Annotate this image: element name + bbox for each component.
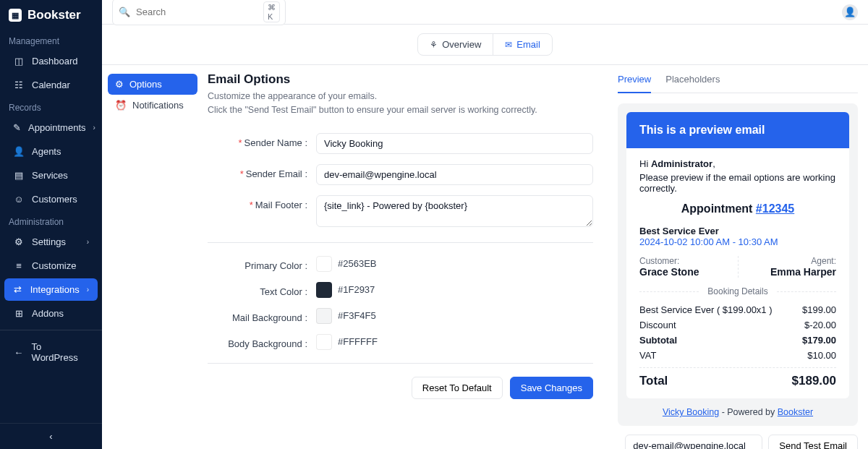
brand-logo-icon: ▦ <box>9 9 22 22</box>
value-primary-color: #2563EB <box>338 258 377 269</box>
save-button[interactable]: Save Changes <box>510 377 593 399</box>
rail-item-label: Notifications <box>132 100 184 111</box>
brand: ▦ Bookster <box>0 0 102 30</box>
footer-link-site[interactable]: Vicky Booking <box>663 407 719 417</box>
mail-icon: ✉ <box>505 40 512 50</box>
sidebar-item-to-wordpress[interactable]: ← To WordPress <box>4 335 98 369</box>
sidebar-item-label: Dashboard <box>32 56 78 67</box>
input-sender-name[interactable] <box>316 133 593 154</box>
tab-label: Overview <box>442 39 481 50</box>
line-item-total: Total$189.00 <box>639 374 836 388</box>
sidebar-item-label: Customize <box>32 260 76 271</box>
dashboard-icon: ◫ <box>13 56 25 67</box>
sidebar-item-settings[interactable]: ⚙ Settings › <box>4 231 98 253</box>
swatch-body-bg[interactable] <box>316 334 332 350</box>
sidebar-item-label: Agents <box>32 146 61 157</box>
tab-overview[interactable]: ⚘ Overview <box>418 34 493 55</box>
test-email-input[interactable] <box>625 435 762 449</box>
value-text-color: #1F2937 <box>338 284 375 295</box>
sidebar-section-records: Records <box>0 97 102 116</box>
label-body-bg: Body Background <box>228 338 302 349</box>
sidebar-item-label: Addons <box>32 308 64 319</box>
sidebar-item-label: Appointments <box>28 122 86 133</box>
share-icon: ⚘ <box>430 40 438 50</box>
sidebar-item-integrations[interactable]: ⇄ Integrations › <box>4 278 98 301</box>
preview-tab-preview[interactable]: Preview <box>618 74 651 93</box>
line-item-vat: VAT$10.00 <box>639 348 836 363</box>
sidebar-item-dashboard[interactable]: ◫ Dashboard <box>4 50 98 72</box>
sidebar-collapse-button[interactable]: ‹ <box>0 423 102 449</box>
chevron-right-icon: › <box>87 238 89 246</box>
search-box[interactable]: 🔍 ⌘ K <box>112 0 286 25</box>
page-title: Email Options <box>208 72 593 87</box>
sidebar-item-label: Integrations <box>30 284 80 295</box>
page-tabs: ⚘ Overview ✉ Email <box>102 25 868 65</box>
settings-icon: ⚙ <box>13 236 25 247</box>
sidebar-item-customize[interactable]: ≡ Customize <box>4 255 98 277</box>
settings-rail: ⚙ Options ⏰ Notifications <box>102 65 203 449</box>
email-banner: This is a preview email <box>626 112 849 148</box>
reset-button[interactable]: Reset To Default <box>412 377 503 399</box>
chevron-left-icon: ‹ <box>49 431 52 442</box>
sidebar-item-calendar[interactable]: ☷ Calendar <box>4 74 98 96</box>
line-item-discount: Discount$-20.00 <box>639 317 836 333</box>
sidebar-item-addons[interactable]: ⊞ Addons <box>4 302 98 325</box>
sidebar-section-management: Management <box>0 30 102 49</box>
customers-icon: ☺ <box>13 194 25 205</box>
calendar-icon: ☷ <box>13 80 25 90</box>
sidebar-item-label: To WordPress <box>32 341 89 363</box>
rail-item-notifications[interactable]: ⏰ Notifications <box>108 95 197 116</box>
tab-label: Email <box>516 39 540 50</box>
integrations-icon: ⇄ <box>13 284 23 295</box>
search-shortcut: ⌘ K <box>263 1 280 22</box>
label-mail-bg: Mail Background <box>232 312 302 323</box>
gear-icon: ⚙ <box>115 79 124 90</box>
services-icon: ▤ <box>13 170 25 181</box>
agents-icon: 👤 <box>13 146 25 157</box>
sidebar-item-services[interactable]: ▤ Services <box>4 164 98 187</box>
user-icon: 👤 <box>844 7 856 17</box>
search-input[interactable] <box>135 6 259 18</box>
agent-label: Agent: <box>746 256 837 266</box>
swatch-mail-bg[interactable] <box>316 308 332 324</box>
swatch-text-color[interactable] <box>316 282 332 298</box>
label-sender-name: Sender Name <box>244 137 302 148</box>
email-appointment-link[interactable]: Appointment #12345 <box>639 202 836 215</box>
email-footer: Vicky Booking - Powered by Bookster <box>626 407 849 417</box>
footer-link-bookster[interactable]: Bookster <box>778 407 813 417</box>
customize-icon: ≡ <box>13 260 25 271</box>
line-item-subtotal: Subtotal$179.00 <box>639 333 836 348</box>
email-greeting: Hi Administrator, <box>639 158 836 169</box>
avatar[interactable]: 👤 <box>842 4 858 20</box>
customer-name: Grace Stone <box>639 266 731 278</box>
value-body-bg: #FFFFFF <box>338 336 378 347</box>
sidebar-item-customers[interactable]: ☺ Customers <box>4 188 98 210</box>
label-text-color: Text Color <box>260 286 302 297</box>
input-mail-footer[interactable]: {site_link} - Powered by {bookster} <box>316 195 593 227</box>
email-intro: Please preview if the email options are … <box>639 172 836 194</box>
swatch-primary-color[interactable] <box>316 256 332 272</box>
page-subtitle-1: Customize the appearance of your emails. <box>208 90 593 103</box>
sidebar-item-agents[interactable]: 👤 Agents <box>4 140 98 163</box>
label-mail-footer: Mail Footer <box>255 200 302 210</box>
sidebar-item-appointments[interactable]: ✎ Appointments › <box>4 116 98 139</box>
rail-item-options[interactable]: ⚙ Options <box>108 74 197 95</box>
input-sender-email[interactable] <box>316 164 593 185</box>
send-test-email-button[interactable]: Send Test Email <box>768 435 858 449</box>
agent-name: Emma Harper <box>746 266 837 278</box>
tab-email[interactable]: ✉ Email <box>493 34 552 55</box>
sidebar-item-label: Customers <box>32 194 77 205</box>
line-item-service: Best Service Ever ( $199.00x1 )$199.00 <box>639 302 836 317</box>
topbar: 🔍 ⌘ K 👤 <box>102 0 868 25</box>
content: Email Options Customize the appearance o… <box>203 65 608 449</box>
email-preview-card: This is a preview email Hi Administrator… <box>618 103 858 426</box>
label-primary-color: Primary Color <box>244 260 302 271</box>
sidebar: ▦ Bookster Management ◫ Dashboard ☷ Cale… <box>0 0 102 449</box>
back-icon: ← <box>13 347 25 358</box>
clock-icon: ⏰ <box>115 100 127 111</box>
email-service-time: 2024-10-02 10:00 AM - 10:30 AM <box>639 236 836 247</box>
appointments-icon: ✎ <box>13 122 21 133</box>
preview-tab-placeholders[interactable]: Placeholders <box>665 74 720 93</box>
sidebar-item-label: Services <box>32 170 68 181</box>
chevron-right-icon: › <box>87 286 89 294</box>
